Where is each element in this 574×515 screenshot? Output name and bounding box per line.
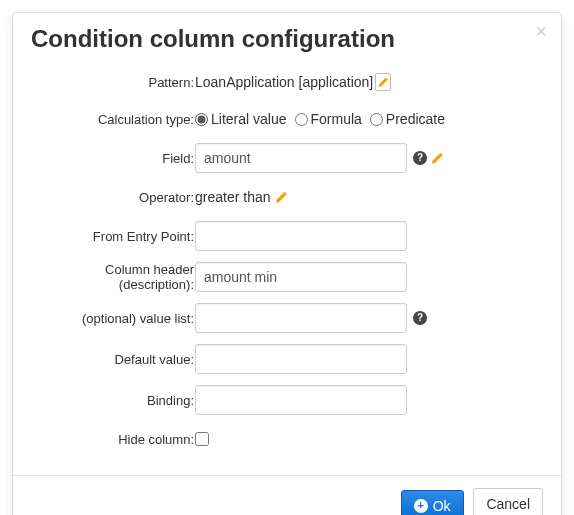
dialog-title: Condition column configuration — [31, 25, 543, 53]
row-field: Field: ? — [31, 141, 543, 175]
label-entry-point: From Entry Point: — [31, 229, 195, 244]
edit-field-button[interactable] — [431, 151, 443, 165]
row-calc-type: Calculation type: Literal value Formula … — [31, 104, 543, 134]
label-pattern: Pattern: — [31, 75, 195, 90]
label-field: Field: — [31, 151, 195, 166]
dialog-footer: + Ok Cancel — [13, 475, 561, 515]
dialog-header: Condition column configuration × — [13, 13, 561, 57]
close-icon[interactable]: × — [535, 21, 547, 41]
condition-column-dialog: Condition column configuration × Pattern… — [12, 12, 562, 515]
radio-literal-label: Literal value — [211, 111, 287, 127]
label-default-value: Default value: — [31, 352, 195, 367]
row-hide-column: Hide column: — [31, 424, 543, 454]
ok-button[interactable]: + Ok — [401, 490, 464, 516]
pattern-value: LoanApplication [application] — [195, 74, 373, 90]
column-header-input[interactable] — [195, 262, 407, 292]
row-pattern: Pattern: LoanApplication [application] — [31, 67, 543, 97]
value-list-input[interactable] — [195, 303, 407, 333]
row-value-list: (optional) value list: ? — [31, 301, 543, 335]
radio-literal[interactable] — [195, 113, 208, 126]
label-value-list: (optional) value list: — [31, 311, 195, 326]
row-entry-point: From Entry Point: — [31, 219, 543, 253]
row-operator: Operator: greater than — [31, 182, 543, 212]
row-binding: Binding: — [31, 383, 543, 417]
dialog-body: Pattern: LoanApplication [application] C… — [13, 57, 561, 475]
row-column-header: Column header (description): — [31, 260, 543, 294]
binding-input[interactable] — [195, 385, 407, 415]
cancel-button[interactable]: Cancel — [473, 488, 543, 515]
label-column-header: Column header (description): — [31, 262, 195, 292]
ok-button-label: Ok — [433, 498, 451, 514]
label-calc-type: Calculation type: — [31, 112, 195, 127]
radio-formula[interactable] — [295, 113, 308, 126]
operator-value: greater than — [195, 189, 271, 205]
field-input[interactable] — [195, 143, 407, 173]
label-hide-column: Hide column: — [31, 432, 195, 447]
row-default-value: Default value: — [31, 342, 543, 376]
label-binding: Binding: — [31, 393, 195, 408]
help-icon[interactable]: ? — [413, 151, 427, 165]
cancel-button-label: Cancel — [486, 496, 530, 512]
label-operator: Operator: — [31, 190, 195, 205]
radio-predicate[interactable] — [370, 113, 383, 126]
edit-operator-button[interactable] — [275, 190, 287, 204]
entry-point-input[interactable] — [195, 221, 407, 251]
help-icon[interactable]: ? — [413, 311, 427, 325]
default-value-input[interactable] — [195, 344, 407, 374]
edit-pattern-button[interactable] — [375, 73, 391, 91]
radio-formula-label: Formula — [311, 111, 362, 127]
hide-column-checkbox[interactable] — [195, 432, 209, 446]
plus-circle-icon: + — [414, 499, 428, 513]
radio-predicate-label: Predicate — [386, 111, 445, 127]
